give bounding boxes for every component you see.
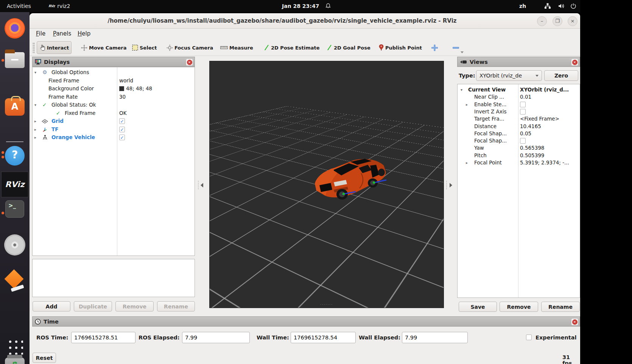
time-close-button[interactable]: ✕ <box>571 318 578 325</box>
display-row-fixed-frame[interactable]: Fixed Frame world <box>33 77 195 85</box>
dock-terminal-icon[interactable] <box>5 200 24 218</box>
row-value[interactable]: 10.4165 <box>520 122 541 130</box>
view-row-current-view[interactable]: Current View XYOrbit (rviz_d... <box>458 86 580 94</box>
view-row-yaw[interactable]: Yaw 0.565398 <box>458 144 580 152</box>
view-row-focal-point[interactable]: Focal Point 5.3919; 2.9374; -... <box>458 159 580 167</box>
views-panel-header[interactable]: Views ✕ <box>457 57 580 67</box>
ros-elapsed-value[interactable]: 7.99 <box>182 332 250 343</box>
row-value[interactable]: 0.01 <box>520 93 531 101</box>
dock-app-grid-icon[interactable] <box>6 338 23 355</box>
views-close-button[interactable]: ✕ <box>571 59 578 66</box>
clock-menu[interactable]: Jan 28 23:47 <box>282 0 331 12</box>
tool-interact[interactable]: Interact <box>37 41 72 54</box>
view-row-focal-shape-size[interactable]: Focal Shap... 0.05 <box>458 130 580 138</box>
view-row-pitch[interactable]: Pitch 0.505399 <box>458 152 580 160</box>
wall-time-value[interactable]: 1769615278.54 <box>291 332 356 343</box>
menu-file[interactable]: File <box>34 29 47 39</box>
chevron-down-icon[interactable] <box>461 51 464 53</box>
view-row-focal-shape-fixed[interactable]: Focal Shap... <box>458 137 580 145</box>
rename-display-button[interactable]: Rename <box>157 301 195 311</box>
view-row-distance[interactable]: Distance 10.4165 <box>458 122 580 130</box>
tool-select[interactable]: Select <box>130 41 159 54</box>
display-row-tf[interactable]: TF <box>33 125 195 133</box>
grid-enabled-checkbox[interactable] <box>119 118 125 124</box>
activities-button[interactable]: Activities <box>7 0 31 12</box>
dock-trash-icon[interactable] <box>5 358 25 364</box>
row-value[interactable]: 5.3919; 2.9374; -... <box>520 159 569 167</box>
reset-button[interactable]: Reset <box>33 353 56 363</box>
splitter-handle[interactable] <box>446 180 447 190</box>
view-row-near-clip[interactable]: Near Clip ... 0.01 <box>458 93 580 101</box>
display-row-fixed-frame-status[interactable]: ✓ Fixed Frame OK <box>33 109 195 117</box>
chevron-right-icon[interactable] <box>466 101 470 108</box>
title-bar[interactable]: /home/chuiyu/liosam_ws/install/audibot_g… <box>30 13 580 29</box>
zero-button[interactable]: Zero <box>544 70 578 81</box>
ros-time-value[interactable]: 1769615278.51 <box>71 332 135 343</box>
dock-files-icon[interactable] <box>5 52 25 68</box>
menu-help[interactable]: Help <box>76 29 92 39</box>
dock-ubuntu-software-icon[interactable] <box>5 98 25 116</box>
collapse-left-arrow[interactable] <box>201 183 203 187</box>
network-icon[interactable] <box>544 3 551 9</box>
add-display-button[interactable]: Add <box>33 301 70 311</box>
chevron-down-icon[interactable] <box>34 101 38 109</box>
maximize-button[interactable]: ❐ <box>553 16 562 26</box>
remove-display-button[interactable]: Remove <box>115 301 154 311</box>
tool-move-camera[interactable]: Move Camera <box>79 41 129 54</box>
wall-elapsed-value[interactable]: 7.99 <box>402 332 468 343</box>
view-row-invert-z-axis[interactable]: Invert Z Axis <box>458 108 580 116</box>
display-row-global-status[interactable]: ✓ Global Status: Ok <box>33 101 195 109</box>
close-button[interactable]: × <box>568 16 578 26</box>
dock-gazebo-icon[interactable] <box>4 271 25 293</box>
time-panel-header[interactable]: Time ✕ <box>32 316 580 327</box>
view-row-target-frame[interactable]: Target Fra... <Fixed Frame> <box>458 115 580 123</box>
invert-z-axis-checkbox[interactable] <box>520 109 526 115</box>
displays-panel-header[interactable]: Displays ✕ <box>32 57 195 67</box>
tool-2d-pose-estimate[interactable]: 2D Pose Estimate <box>261 41 322 54</box>
volume-icon[interactable] <box>558 3 565 9</box>
save-view-button[interactable]: Save <box>459 302 497 312</box>
focused-app-menu[interactable]: RVz rviz2 <box>48 0 70 12</box>
chevron-right-icon[interactable] <box>34 117 38 125</box>
row-value[interactable]: <Fixed Frame> <box>520 115 559 123</box>
display-row-global-options[interactable]: ⚙ Global Options <box>33 68 195 76</box>
chevron-right-icon[interactable] <box>466 159 470 167</box>
dock-help-icon[interactable] <box>5 146 25 166</box>
tool-2d-goal-pose[interactable]: 2D Goal Pose <box>324 41 373 54</box>
vehicle-enabled-checkbox[interactable] <box>119 135 125 140</box>
power-icon[interactable] <box>570 3 577 9</box>
rename-view-button[interactable]: Rename <box>541 302 580 312</box>
chevron-down-icon[interactable] <box>461 86 464 94</box>
dock-cd-disc-icon[interactable] <box>4 234 25 256</box>
tool-remove[interactable] <box>450 41 461 54</box>
display-row-grid[interactable]: Grid <box>33 117 195 125</box>
remove-view-button[interactable]: Remove <box>500 302 538 312</box>
input-language-indicator[interactable]: zh <box>519 0 526 12</box>
menu-panels[interactable]: Panels <box>51 29 73 39</box>
chevron-right-icon[interactable] <box>34 133 38 141</box>
dock-rviz-window-icon[interactable]: RViz <box>1 172 28 197</box>
minimize-button[interactable]: – <box>537 16 547 26</box>
tool-add[interactable] <box>429 41 440 54</box>
row-value[interactable]: 30 <box>119 93 126 101</box>
row-value[interactable]: world <box>119 77 133 85</box>
view-type-dropdown[interactable]: XYOrbit (rviz_de <box>476 70 542 81</box>
toolbar-drag-handle[interactable] <box>33 42 35 53</box>
chevron-right-icon[interactable] <box>34 125 38 133</box>
focal-shape-checkbox[interactable] <box>520 138 526 144</box>
row-value[interactable]: 0.505399 <box>520 152 544 160</box>
row-value[interactable]: 48; 48; 48 <box>119 85 152 93</box>
display-row-orange-vehicle[interactable]: Orange Vehicle <box>33 133 195 141</box>
tool-measure[interactable]: Measure <box>218 41 255 54</box>
tf-enabled-checkbox[interactable] <box>119 127 125 132</box>
display-row-frame-rate[interactable]: Frame Rate 30 <box>33 93 195 101</box>
displays-close-button[interactable]: ✕ <box>186 59 193 66</box>
tool-focus-camera[interactable]: Focus Camera <box>164 41 215 54</box>
display-row-background-color[interactable]: Background Color 48; 48; 48 <box>33 85 195 93</box>
enable-stereo-checkbox[interactable] <box>520 102 526 107</box>
chevron-down-icon[interactable] <box>34 68 38 76</box>
tool-publish-point[interactable]: Publish Point <box>377 41 424 54</box>
splitter-handle[interactable]: ······· <box>320 303 333 307</box>
row-value[interactable]: 0.565398 <box>520 144 544 152</box>
view-row-enable-stereo[interactable]: Enable Ste... <box>458 101 580 108</box>
